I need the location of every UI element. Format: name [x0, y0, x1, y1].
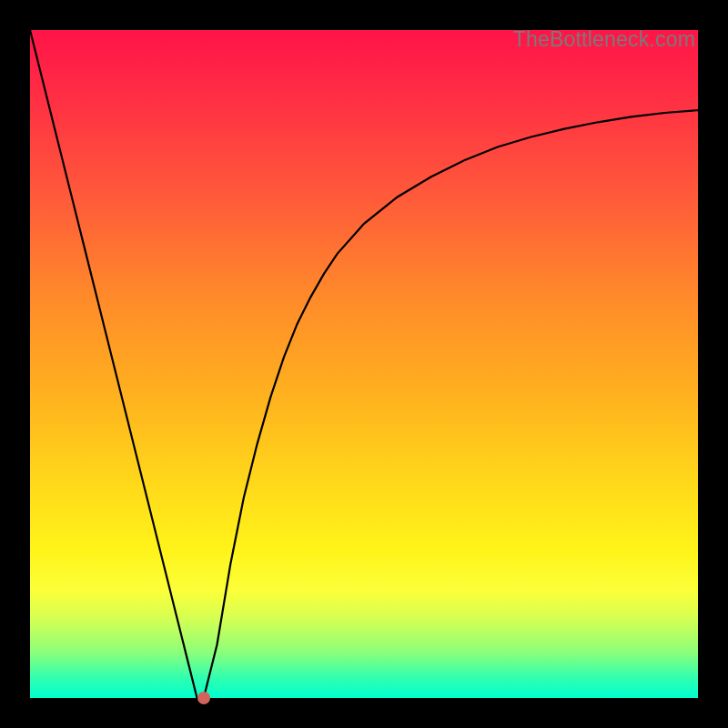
watermark-text: TheBottleneck.com	[513, 27, 695, 52]
optimal-point-marker	[197, 692, 210, 704]
bottleneck-curve	[30, 30, 698, 698]
plot-area	[30, 30, 698, 698]
chart-frame: TheBottleneck.com	[0, 0, 728, 728]
